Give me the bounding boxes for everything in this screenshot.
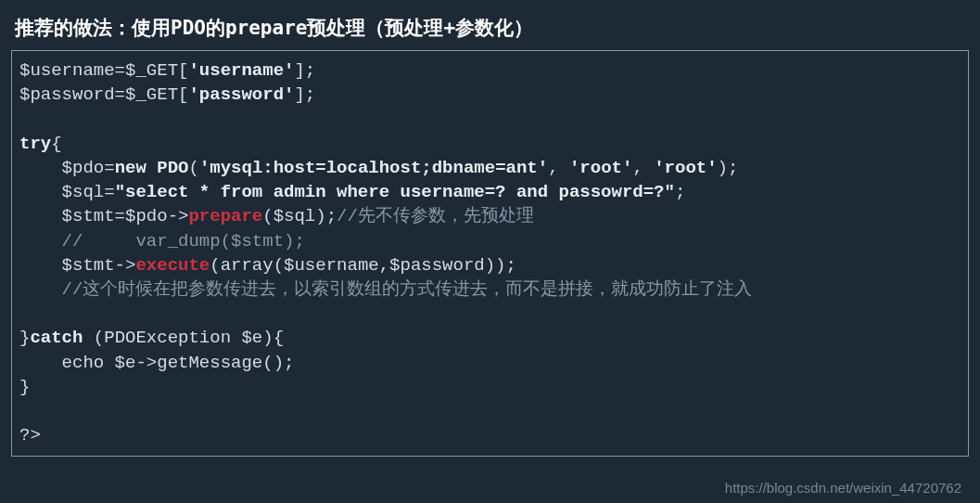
code-text: }: [19, 328, 30, 348]
code-text: );: [718, 158, 739, 178]
code-text: $stmt=$pdo->: [19, 206, 188, 226]
code-comment: //这个时候在把参数传进去，以索引数组的方式传进去，而不是拼接，就成功防止了注入: [62, 279, 753, 300]
code-text: ,: [548, 158, 569, 178]
code-keyword: new: [115, 158, 146, 178]
code-text: $password=$_GET[: [19, 84, 188, 105]
code-text: ];: [294, 84, 315, 105]
section-title: 推荐的做法：使用PDO的prepare预处理（预处理+参数化）: [11, 15, 969, 41]
code-text: $sql=: [19, 182, 115, 202]
code-text: [19, 231, 62, 252]
code-keyword: try: [19, 134, 51, 154]
code-comment: //先不传参数，先预处理: [337, 206, 534, 226]
code-string: 'root': [569, 158, 632, 178]
code-string: 'mysql:host=localhost;dbname=ant': [199, 158, 548, 178]
code-text: $username=$_GET[: [19, 60, 188, 81]
code-block: $username=$_GET['username']; $password=$…: [11, 50, 969, 457]
code-string: 'username': [188, 60, 294, 81]
code-text: }: [19, 377, 30, 397]
code-text: [146, 158, 157, 178]
code-highlight-prepare: prepare: [188, 206, 262, 226]
code-string: 'password': [188, 84, 294, 105]
code-text: ;: [675, 182, 685, 202]
code-text: {: [51, 134, 61, 154]
code-text: ,: [632, 158, 654, 178]
code-text: [19, 279, 62, 300]
code-text: (: [188, 158, 198, 178]
code-text: echo $e->getMessage();: [19, 353, 294, 373]
code-text: ?>: [19, 425, 41, 445]
code-text: $pdo=: [19, 158, 115, 178]
code-string: 'root': [654, 158, 717, 178]
code-string: "select * from admin where username=? an…: [115, 182, 675, 202]
code-class: PDO: [157, 158, 188, 178]
code-text: ];: [294, 60, 315, 81]
watermark-text: https://blog.csdn.net/weixin_44720762: [725, 480, 961, 496]
code-text: (PDOException $e){: [83, 328, 284, 348]
code-comment: // var_dump($stmt);: [62, 231, 305, 252]
code-highlight-execute: execute: [135, 255, 210, 276]
code-text: (array($username,$password));: [210, 255, 516, 276]
code-text: ($sql);: [262, 206, 337, 226]
code-keyword: catch: [30, 328, 83, 348]
code-text: $stmt->: [19, 255, 135, 276]
